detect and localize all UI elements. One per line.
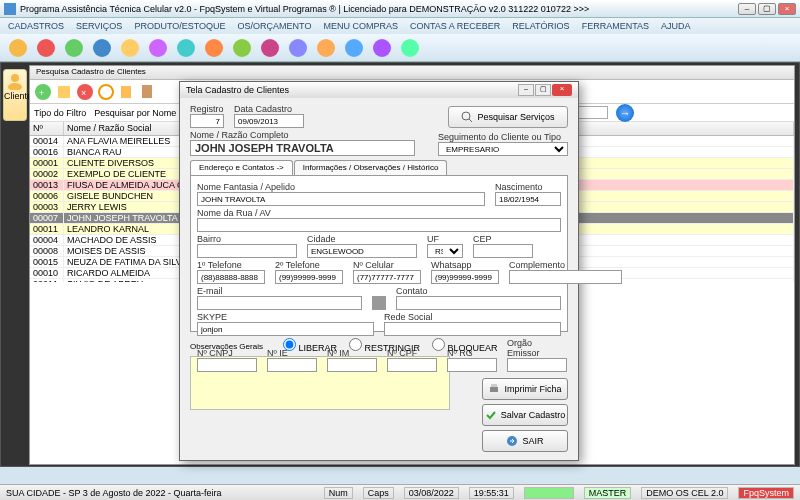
toolbar-icon-4[interactable] <box>118 36 142 60</box>
toolbar-icon-8[interactable] <box>230 36 254 60</box>
skype-label: SKYPE <box>197 312 374 322</box>
menu-contas a receber[interactable]: CONTAS A RECEBER <box>410 21 500 31</box>
email-pick-button[interactable] <box>372 296 386 310</box>
sair-button[interactable]: SAIR <box>482 430 568 452</box>
toolbar-icon-5[interactable] <box>146 36 170 60</box>
compl-label: Complemento <box>509 260 622 270</box>
imprimir-label: Imprimir Ficha <box>504 384 561 394</box>
cidade-input[interactable] <box>307 244 417 258</box>
rua-input[interactable] <box>197 218 561 232</box>
menu-os/orçamento[interactable]: OS/ORÇAMENTO <box>238 21 312 31</box>
nasc-input[interactable] <box>495 192 561 206</box>
tel1-label: 1º Telefone <box>197 260 265 270</box>
bairro-input[interactable] <box>197 244 297 258</box>
whats-input[interactable] <box>431 270 499 284</box>
menu-ajuda[interactable]: AJUDA <box>661 21 691 31</box>
tel2-input[interactable] <box>275 270 343 284</box>
toolbar-icon-3[interactable] <box>90 36 114 60</box>
email-input[interactable] <box>197 296 362 310</box>
rg-input[interactable] <box>447 358 497 372</box>
toolbar-icon-7[interactable] <box>202 36 226 60</box>
tab-endereco[interactable]: Endereço e Contatos -> <box>190 160 293 175</box>
salvar-button[interactable]: Salvar Cadastro <box>482 404 568 426</box>
ie-input[interactable] <box>267 358 317 372</box>
rede-input[interactable] <box>384 322 561 336</box>
toolbar-icon-1[interactable] <box>34 36 58 60</box>
edit-icon[interactable] <box>55 83 73 101</box>
skype-input[interactable] <box>197 322 374 336</box>
orgao-input[interactable] <box>507 358 567 372</box>
refresh-icon[interactable] <box>97 83 115 101</box>
compl-input[interactable] <box>509 270 622 284</box>
search-name-label: Pesquisar por Nome <box>94 108 176 118</box>
toolbar-icon-0[interactable] <box>6 36 30 60</box>
add-icon[interactable]: + <box>34 83 52 101</box>
copy-icon[interactable] <box>118 83 136 101</box>
tel2-label: 2º Telefone <box>275 260 343 270</box>
radio-restringir[interactable]: RESTRINGIR <box>349 338 420 353</box>
cpf-input[interactable] <box>387 358 437 372</box>
maximize-button[interactable]: ▢ <box>758 3 776 15</box>
svg-point-13 <box>345 39 363 57</box>
paste-icon[interactable] <box>139 83 157 101</box>
toolbar-icon-10[interactable] <box>286 36 310 60</box>
menu-serviços[interactable]: SERVIÇOS <box>76 21 122 31</box>
datacad-label: Data Cadastro <box>234 104 304 114</box>
menu-ferramentas[interactable]: FERRAMENTAS <box>582 21 649 31</box>
delete-icon[interactable]: × <box>76 83 94 101</box>
menu-produto/estoque[interactable]: PRODUTO/ESTOQUE <box>134 21 225 31</box>
close-button[interactable]: × <box>778 3 796 15</box>
svg-point-17 <box>8 83 22 90</box>
cep-label: CEP <box>473 234 533 244</box>
search-go-button[interactable]: → <box>616 104 634 122</box>
search-icon <box>461 111 473 123</box>
contato-input[interactable] <box>396 296 561 310</box>
tab-info[interactable]: Informações / Observações / Histórico <box>294 160 448 175</box>
toolbar-icon-11[interactable] <box>314 36 338 60</box>
svg-point-11 <box>289 39 307 57</box>
rede-label: Rede Social <box>384 312 561 322</box>
menu-cadastros[interactable]: CADASTROS <box>8 21 64 31</box>
menu-relatórios[interactable]: RELATÓRIOS <box>512 21 569 31</box>
status-location: SUA CIDADE - SP 3 de Agosto de 2022 - Qu… <box>6 488 221 498</box>
menu-menu compras[interactable]: MENU COMPRAS <box>323 21 398 31</box>
col-number[interactable]: Nº <box>30 122 64 135</box>
svg-text:×: × <box>81 88 86 98</box>
im-input[interactable] <box>327 358 377 372</box>
svg-rect-0 <box>4 3 16 15</box>
toolbar-icon-2[interactable] <box>62 36 86 60</box>
svg-text:+: + <box>39 88 44 98</box>
svg-rect-25 <box>142 85 152 98</box>
clientes-tab[interactable]: Clientes <box>3 69 27 121</box>
tel1-input[interactable] <box>197 270 265 284</box>
print-icon <box>488 383 500 395</box>
obs-label: Observações Gerais <box>190 342 263 351</box>
cnpj-input[interactable] <box>197 358 257 372</box>
datacad-input[interactable] <box>234 114 304 128</box>
toolbar-icon-9[interactable] <box>258 36 282 60</box>
modal-maximize[interactable]: ▢ <box>535 84 551 96</box>
statusbar: SUA CIDADE - SP 3 de Agosto de 2022 - Qu… <box>0 484 800 500</box>
radio-bloquear[interactable]: BLOQUEAR <box>432 338 498 353</box>
uf-select[interactable]: RS <box>427 244 463 258</box>
imprimir-button[interactable]: Imprimir Ficha <box>482 378 568 400</box>
toolbar-icon-13[interactable] <box>370 36 394 60</box>
toolbar-icon-14[interactable] <box>398 36 422 60</box>
minimize-button[interactable]: – <box>738 3 756 15</box>
col-name[interactable]: Nome / Razão Social <box>64 122 196 135</box>
toolbar-icon-12[interactable] <box>342 36 366 60</box>
segmento-select[interactable]: EMPRESARIO <box>438 142 568 156</box>
tab-pane-endereco: Nome Fantasia / Apelido Nascimento Nome … <box>190 176 568 332</box>
fantasia-input[interactable] <box>197 192 485 206</box>
toolbar-icon-6[interactable] <box>174 36 198 60</box>
pesquisar-servicos-button[interactable]: Pesquisar Serviços <box>448 106 568 128</box>
cep-input[interactable] <box>473 244 533 258</box>
modal-close[interactable]: × <box>552 84 572 96</box>
registro-input[interactable] <box>190 114 224 128</box>
cel-input[interactable] <box>353 270 421 284</box>
status-progress <box>524 487 574 499</box>
radio-liberar[interactable]: LIBERAR <box>283 338 337 353</box>
modal-minimize[interactable]: – <box>518 84 534 96</box>
status-demo: DEMO OS CEL 2.0 <box>641 487 728 499</box>
uf-label: UF <box>427 234 463 244</box>
